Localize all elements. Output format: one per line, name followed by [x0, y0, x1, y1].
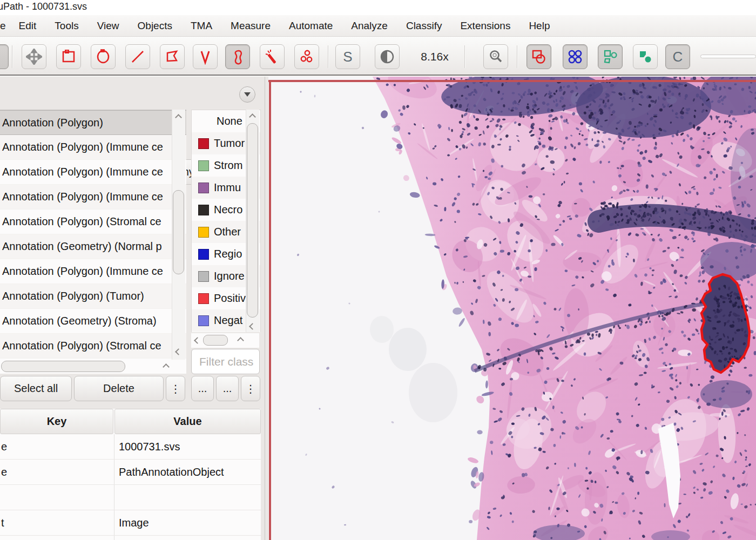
property-key	[0, 485, 114, 510]
property-row[interactable]: tImage	[0, 510, 261, 536]
class-list-hscroll-thumb[interactable]	[203, 335, 228, 346]
brightness-contrast-button[interactable]	[375, 44, 400, 69]
menu-item-view[interactable]: View	[97, 20, 119, 32]
class-color-swatch	[198, 138, 209, 149]
scroll-down-button[interactable]	[247, 321, 258, 332]
annotations-overlay-icon	[530, 48, 548, 65]
annotation-list-item[interactable]: Annotation (Polygon) (Stromal ce	[0, 334, 186, 359]
wand-icon	[264, 49, 280, 65]
polyline-tool-button[interactable]	[193, 44, 218, 69]
class-auto-button-2[interactable]: ...	[216, 376, 239, 401]
brush-tool-button[interactable]	[225, 44, 250, 69]
annotation-list-item[interactable]: Annotation (Polygon) (Immune ce	[0, 185, 186, 210]
menu-item-edit[interactable]: Edit	[19, 20, 37, 32]
properties-table: Key Value e1000731.svsePathAnnotationObj…	[0, 409, 261, 540]
key-column-header[interactable]: Key	[0, 409, 113, 434]
annotation-list-item[interactable]: Annotation (Polygon) (Tumor)	[0, 284, 186, 309]
class-auto-button[interactable]: ...	[191, 376, 214, 401]
annotation-list-item[interactable]: Annotation (Geometry) (Stroma)	[0, 309, 186, 334]
class-color-swatch	[198, 249, 209, 260]
property-row[interactable]	[0, 485, 261, 510]
move-tool-button[interactable]	[22, 44, 46, 69]
chevron-right-icon	[237, 337, 244, 344]
menu-item-tma[interactable]: TMA	[191, 20, 212, 32]
show-annotations-button[interactable]	[526, 44, 551, 69]
annotation-list-vscroll-thumb[interactable]	[173, 190, 184, 274]
scroll-up-button[interactable]	[173, 111, 184, 123]
menu-item-automate[interactable]: Automate	[289, 20, 333, 32]
annotation-list-item[interactable]: Annotation (Polygon) (Immune ce	[0, 160, 186, 185]
polygon-tool-button[interactable]	[160, 44, 185, 69]
show-tma-grid-button[interactable]	[563, 44, 588, 69]
toolbar-separator	[12, 45, 12, 68]
scroll-left-button[interactable]	[192, 335, 202, 346]
scroll-down-button[interactable]	[173, 346, 184, 357]
filter-class-input[interactable]	[191, 349, 260, 374]
menu-item-analyze[interactable]: Analyze	[351, 20, 388, 32]
scroll-right-button[interactable]	[160, 361, 172, 373]
toolbar-separator	[328, 45, 328, 68]
annotation-more-button[interactable]: ⋮	[166, 376, 185, 401]
property-row[interactable]: e1000731.svs	[0, 434, 261, 460]
select-all-button[interactable]: Select all	[0, 376, 72, 401]
move-icon	[26, 49, 42, 65]
chevron-up-icon	[249, 113, 256, 120]
annotation-list-hscroll-thumb[interactable]	[1, 361, 125, 372]
annotation-list: Annotation (Polygon)Annotation (Polygon)…	[0, 110, 186, 360]
menu-item-help[interactable]: Help	[529, 20, 550, 32]
class-label: Other	[214, 226, 241, 238]
class-label: Tumor	[214, 137, 245, 150]
menu-item-classify[interactable]: Classify	[406, 20, 442, 32]
property-row[interactable]: ePathAnnotationObject	[0, 460, 261, 485]
class-more-button[interactable]: ⋮	[241, 376, 260, 401]
menu-item-measure[interactable]: Measure	[231, 20, 271, 32]
class-color-swatch	[198, 271, 209, 282]
property-value: PathAnnotationObject	[114, 460, 261, 484]
menu-item-e[interactable]: e	[0, 20, 6, 32]
annotation-list-item[interactable]: Annotation (Polygon) (Immune ce	[0, 135, 186, 160]
fill-detections-button[interactable]	[633, 44, 658, 69]
chevron-left-icon	[194, 337, 201, 344]
points-icon	[299, 49, 315, 65]
tab-strip: ectImageAnnotationsHierarchyWork	[0, 77, 265, 109]
polyline-v-icon	[197, 49, 213, 65]
menu-item-objects[interactable]: Objects	[138, 20, 172, 32]
value-column-header[interactable]: Value	[114, 409, 261, 434]
slide-viewer[interactable]	[268, 77, 756, 540]
opacity-slider[interactable]	[700, 55, 756, 58]
property-value	[114, 485, 261, 510]
scroll-up-button[interactable]	[247, 111, 258, 122]
tab-overflow-button[interactable]	[239, 86, 255, 103]
show-connections-button[interactable]: C	[665, 44, 690, 69]
annotation-list-item[interactable]: Annotation (Polygon) (Immune ce	[0, 259, 186, 284]
scroll-right-button[interactable]	[235, 335, 245, 346]
line-tool-button[interactable]	[125, 44, 150, 69]
detections-outline-icon	[602, 48, 619, 65]
menu-item-tools[interactable]: Tools	[55, 20, 78, 32]
toolbar-button-clipped[interactable]	[0, 44, 9, 69]
property-value: 1000731.svs	[114, 434, 261, 459]
ellipse-tool-button[interactable]	[91, 44, 116, 69]
title-bar: uPath - 1000731.svs	[0, 0, 756, 15]
annotation-list-item[interactable]: Annotation (Geometry) (Normal p	[0, 234, 186, 259]
zoom-to-fit-button[interactable]	[483, 44, 508, 69]
menu-item-extensions[interactable]: Extensions	[460, 20, 510, 32]
annotation-list-item[interactable]: Annotation (Polygon)	[0, 110, 186, 135]
chevron-up-icon	[175, 114, 182, 121]
class-label: Strom	[214, 159, 242, 172]
selection-mode-button[interactable]: S	[335, 44, 360, 69]
annotation-list-item[interactable]: Annotation (Polygon) (Stromal ce	[0, 210, 186, 234]
class-color-swatch	[198, 227, 209, 238]
delete-button[interactable]: Delete	[74, 376, 164, 401]
rectangle-tool-button[interactable]	[56, 44, 81, 69]
property-value: Image	[114, 510, 261, 535]
tma-grid-icon	[566, 48, 584, 65]
chevron-right-icon	[163, 363, 170, 370]
points-tool-button[interactable]	[294, 44, 319, 69]
wand-tool-button[interactable]	[260, 44, 285, 69]
class-label: Ignore	[214, 270, 245, 282]
class-list-vscroll-thumb[interactable]	[247, 123, 258, 318]
show-detections-button[interactable]	[598, 44, 623, 69]
property-key: t	[0, 510, 114, 535]
class-label: Regio	[214, 248, 242, 260]
